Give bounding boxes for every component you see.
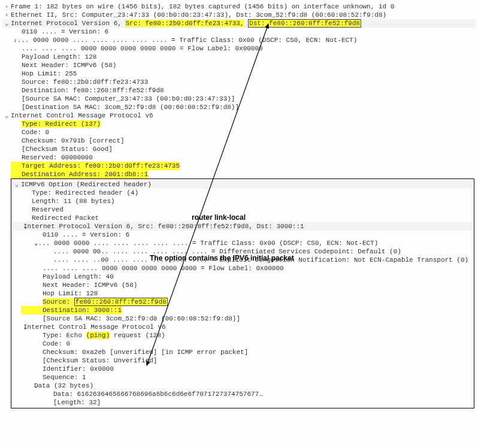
tree-row[interactable]: Reserved: [13, 205, 473, 214]
tree-row-ipv6[interactable]: ⌄ Internet Protocol Version 6, Src: fe80…: [2, 19, 476, 28]
chevron-down-icon[interactable]: ⌄: [2, 19, 11, 28]
tree-row[interactable]: .... .... .... 0000 0000 0000 0000 0000 …: [2, 44, 476, 53]
tree-row-ethernet[interactable]: › Ethernet II, Src: Computer_23:47:33 (0…: [2, 11, 476, 19]
tree-row[interactable]: Redirected Packet: [13, 214, 473, 222]
tree-row[interactable]: Code: 0: [13, 340, 473, 348]
tree-row[interactable]: Next Header: ICMPv6 (58): [2, 61, 476, 69]
tree-row[interactable]: Source: fe80::2b0:d0ff:fe23:4733: [2, 78, 476, 86]
tree-row[interactable]: 0110 .... = Version: 6: [13, 231, 473, 239]
chevron-down-icon[interactable]: ⌄: [13, 323, 23, 331]
tree-row[interactable]: Checksum: 0x791b [correct]: [2, 137, 476, 145]
tree-row[interactable]: Hop Limit: 255: [2, 69, 476, 78]
chevron-down-icon[interactable]: ⌄: [2, 111, 11, 120]
tree-row[interactable]: .... .... .... 0000 0000 0000 0000 0000 …: [13, 264, 473, 273]
tree-row[interactable]: [Checksum Status: Unverified]: [13, 356, 473, 365]
tree-row[interactable]: Destination: 3000::1: [13, 306, 473, 314]
tree-row[interactable]: [Source SA MAC: 3com_52:f9:d8 (00:60:08:…: [13, 314, 473, 323]
tree-row-option[interactable]: ⌄ ICMPv6 Option (Redirected header): [13, 180, 473, 189]
tree-row-inner-ipv6[interactable]: ⌄ Internet Protocol Version 6, Src: fe80…: [13, 222, 473, 231]
frame-summary: Frame 1: 182 bytes on wire (1456 bits), …: [11, 2, 394, 11]
tree-row[interactable]: [Length: 32]: [13, 398, 473, 407]
tree-row[interactable]: Type: Echo (ping) request (128): [13, 331, 473, 340]
tree-row[interactable]: Type: Redirected header (4): [13, 189, 473, 197]
tree-row[interactable]: Next Header: ICMPv6 (58): [13, 281, 473, 289]
tree-row[interactable]: [Destination SA MAC: 3com_52:f9:d8 (00:6…: [2, 103, 476, 111]
tree-row-icmpv6[interactable]: ⌄ Internet Control Message Protocol v6: [2, 111, 476, 120]
tree-row[interactable]: Source: fe80::260:8ff:fe52:f9d8: [13, 298, 473, 306]
tree-row[interactable]: Length: 11 (88 bytes): [13, 197, 473, 205]
tree-row[interactable]: Identifier: 0x0000: [13, 365, 473, 373]
eth-summary: Ethernet II, Src: Computer_23:47:33 (00:…: [11, 11, 386, 19]
tree-row[interactable]: Data: 6162636465666768696a6b6c6d6e6f7071…: [13, 390, 473, 398]
tree-row[interactable]: .... .... ..00 .... .... .... .... .... …: [13, 256, 473, 264]
inner-dst-highlight: Destination: 3000::1: [21, 306, 122, 314]
option-box: ⌄ ICMPv6 Option (Redirected header) Type…: [11, 178, 474, 408]
dest-addr-highlight: Destination Address: 2001:db8::1: [11, 170, 148, 178]
tree-row[interactable]: Checksum: 0xa2eb [unverified] [in ICMP e…: [13, 348, 473, 356]
tree-row-frame[interactable]: › Frame 1: 182 bytes on wire (1456 bits)…: [2, 2, 476, 11]
tree-row[interactable]: [Source SA MAC: Computer_23:47:33 (00:b0…: [2, 95, 476, 103]
chevron-down-icon[interactable]: ⌄: [13, 239, 34, 247]
ipv6-dst-highlight: Dst: fe80::260:8ff:fe52:f9d8: [248, 19, 361, 28]
tree-row[interactable]: ⌄.... 0000 0000 .... .... .... .... ....…: [13, 239, 473, 247]
chevron-down-icon[interactable]: ⌄: [13, 382, 34, 390]
ipv6-src-highlight: Src: fe80::2b0:d0ff:fe23:4733,: [125, 20, 244, 27]
tree-row-data[interactable]: ⌄Data (32 bytes): [13, 382, 473, 390]
tree-row[interactable]: Reserved: 00000000: [2, 153, 476, 162]
target-addr-highlight: Target Address: fe80::2b0:d0ff:fe23:4735: [11, 162, 180, 170]
tree-row[interactable]: Type: Redirect (137): [2, 120, 476, 128]
chevron-right-icon[interactable]: ›: [2, 11, 11, 19]
chevron-down-icon[interactable]: ⌄: [13, 222, 23, 231]
tree-row[interactable]: .... 0000 00.. .... .... .... .... .... …: [13, 247, 473, 256]
tree-row[interactable]: Code: 0: [2, 128, 476, 137]
ping-highlight: (ping): [86, 332, 110, 339]
tree-row[interactable]: Hop Limit: 128: [13, 289, 473, 298]
tree-row[interactable]: Target Address: fe80::2b0:d0ff:fe23:4735: [2, 162, 476, 170]
tree-row[interactable]: ›.... 0000 0000 .... .... .... .... ....…: [2, 36, 476, 44]
chevron-right-icon[interactable]: ›: [2, 36, 13, 44]
tree-row[interactable]: [Checksum Status: Good]: [2, 145, 476, 153]
chevron-right-icon[interactable]: ›: [2, 2, 11, 11]
tree-row[interactable]: Destination: fe80::260:8ff:fe52:f9d8: [2, 86, 476, 95]
tree-row[interactable]: Destination Address: 2001:db8::1: [2, 170, 476, 178]
inner-src-highlight: fe80::260:8ff:fe52:f9d8: [74, 298, 168, 306]
icmp-type-highlight: Type: Redirect (137): [22, 120, 101, 128]
tree-row-inner-icmp[interactable]: ⌄ Internet Control Message Protocol v6: [13, 323, 473, 331]
tree-row[interactable]: 0110 .... = Version: 6: [2, 28, 476, 36]
chevron-down-icon[interactable]: ⌄: [13, 180, 21, 189]
tree-row[interactable]: Sequence: 1: [13, 373, 473, 382]
ipv6-summary: Internet Protocol Version 6, Src: fe80::…: [11, 19, 361, 28]
tree-row[interactable]: Payload Length: 40: [13, 273, 473, 281]
tree-row[interactable]: Payload Length: 128: [2, 53, 476, 61]
